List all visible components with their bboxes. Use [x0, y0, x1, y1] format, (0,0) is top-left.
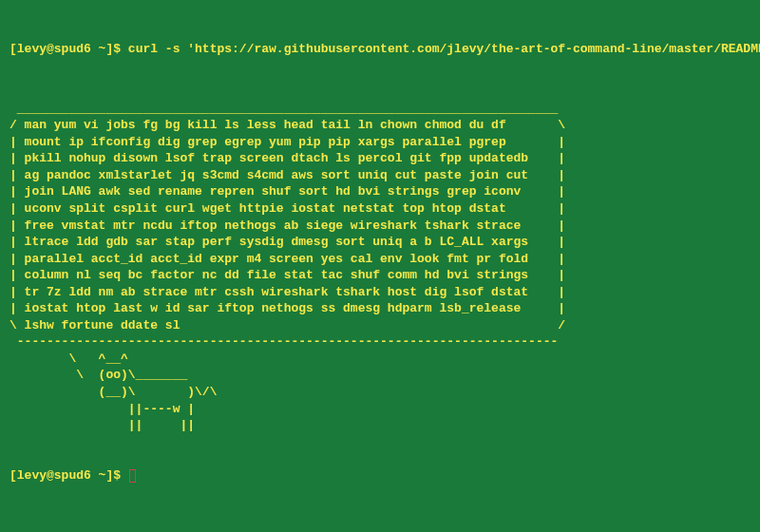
shell-command: curl -s 'https://raw.githubusercontent.c…: [128, 42, 760, 56]
speech-bubble-line: | uconv split csplit curl wget httpie io…: [10, 200, 750, 218]
speech-bubble-top: ________________________________________…: [10, 101, 750, 118]
speech-bubble-line: | column nl seq bc factor nc dd file sta…: [10, 267, 750, 284]
cow-ascii-line: \ (oo)\_______: [10, 367, 750, 384]
speech-bubble-bottom: ----------------------------------------…: [10, 333, 750, 351]
cow-ascii-line: \ ^__^: [10, 351, 750, 368]
cursor-icon: [129, 469, 136, 483]
terminal-window[interactable]: [levy@spud6 ~]$ curl -s 'https://raw.git…: [0, 0, 760, 532]
prompt-line-1: [levy@spud6 ~]$ curl -s 'https://raw.git…: [0, 41, 760, 58]
cow-ascii-line: || ||: [10, 417, 750, 434]
cowsay-output: ________________________________________…: [0, 91, 760, 434]
speech-bubble-line: | join LANG awk sed rename repren shuf s…: [10, 183, 750, 200]
speech-bubble-line: | pkill nohup disown lsof trap screen dt…: [10, 150, 750, 167]
prompt-line-2: [levy@spud6 ~]$: [0, 467, 760, 484]
speech-bubble-line: / man yum vi jobs fg bg kill ls less hea…: [10, 117, 750, 134]
cow-ascii-line: (__)\ )\/\: [10, 384, 750, 401]
speech-bubble-line: | tr 7z ldd nm ab strace mtr cssh wiresh…: [10, 284, 750, 301]
speech-bubble-line: \ lshw fortune ddate sl /: [10, 317, 750, 334]
speech-bubble-line: | free vmstat mtr ncdu iftop nethogs ab …: [10, 218, 750, 235]
speech-bubble-line: | iostat htop last w id sar iftop nethog…: [10, 300, 750, 317]
shell-prompt: [levy@spud6 ~]$: [10, 468, 121, 483]
speech-bubble-line: | ag pandoc xmlstarlet jq s3cmd s4cmd aw…: [10, 167, 750, 184]
cow-ascii-line: ||----w |: [10, 401, 750, 418]
speech-bubble-line: | ltrace ldd gdb sar stap perf sysdig dm…: [10, 234, 750, 251]
shell-prompt: [levy@spud6 ~]$: [10, 42, 121, 56]
speech-bubble-line: | mount ip ifconfig dig grep egrep yum p…: [10, 134, 750, 151]
speech-bubble-line: | parallel acct_id acct_id expr m4 scree…: [10, 251, 750, 268]
